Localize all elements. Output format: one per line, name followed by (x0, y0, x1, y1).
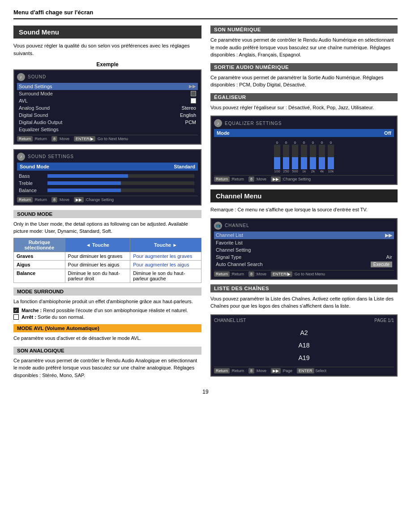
eq-menu-header: EQUALIZER SETTINGS (225, 121, 282, 126)
ch-footer-move: 8 :Move (248, 272, 266, 276)
list-item: A2 (214, 326, 394, 339)
son-numerique-header: SON NUMÉRIQUE (210, 26, 398, 34)
tv-menu2-row-treble: Treble (17, 180, 198, 187)
eq-menu: ♪ EQUALIZER SETTINGS Mode Off 0 100 (210, 116, 398, 185)
ch-list-footer-move: 8 :Move (248, 369, 266, 373)
arret-text: Arrêt : Sortie du son normal. (21, 314, 85, 320)
footer-move: 8 :Move (51, 137, 69, 141)
row-label: Surround Mode (19, 91, 53, 96)
sound-menu-intro: Vous pouvez régler la qualité du son sel… (13, 42, 201, 58)
eq-footer-return: Return :Return (214, 177, 244, 181)
eq-footer-change: ▶▶ :Change Setting (271, 177, 311, 181)
execute-button[interactable]: Execute (371, 262, 392, 267)
ch-list-footer-select: ENTER Select (297, 369, 326, 373)
ch-menu-footer: Return :Return 8 :Move ENTER/▶ :Go to Ne… (214, 270, 394, 276)
table-cell-right: Diminue le son du haut-parleur gauche (130, 269, 201, 283)
eq-bar-100: 0 100 (274, 141, 280, 173)
tv-menu1-row-avl: AVL ✓ (17, 97, 198, 104)
tv-menu2-footer: Return :Return 8 :Move ▶▶ :Change Settin… (17, 196, 198, 202)
eq-mode-row: Mode Off (214, 129, 394, 137)
surround-arret: Arrêt : Sortie du son normal. (13, 314, 201, 320)
son-analogique-header: SON ANALOGIQUE (13, 347, 201, 355)
list-item: A19 (214, 352, 394, 364)
ch-footer-next: ENTER/▶ :Go to Next Menu (271, 272, 325, 276)
eq-bar-2k: 0 2k (310, 141, 316, 173)
eq-footer-move: 8 :Move (248, 177, 266, 181)
eq-footer: Return :Return 8 :Move ▶▶ :Change Settin… (214, 175, 394, 181)
mode-avl-body: Ce paramètre vous d'activer et de désact… (13, 335, 201, 342)
ch-row-favorite: Favorite List (214, 239, 394, 246)
avl-checkbox: ✓ (191, 98, 196, 103)
mode-surround-body: La fonction d'ambiophonie produit un eff… (13, 298, 201, 305)
table-header-left: ◄ Touche (65, 238, 130, 252)
eq-bars-container: 0 100 0 250 0 (214, 140, 394, 173)
sound-mode-label: Sound Mode (20, 164, 49, 169)
ch-list-page: Page 1/1 (374, 318, 394, 323)
eq-bar-250: 0 250 (283, 141, 289, 173)
tv-sound-settings-menu: ♪ SOUND SETTINGS Sound Mode Standard Bas… (13, 149, 201, 206)
table-cell-label: Aigus (14, 260, 65, 269)
son-numerique-section: SON NUMÉRIQUE Ce paramètre vous permet d… (210, 26, 398, 59)
mode-surround-header: MODE SURROUND (13, 287, 201, 296)
tv-menu1-row-equalizer: Equalizer Settings (17, 126, 198, 133)
bass-bar (47, 174, 194, 178)
tv-menu2-row-balance: Balance (17, 187, 198, 194)
mode-surround-section: MODE SURROUND La fonction d'ambiophonie … (13, 287, 201, 320)
ch-value: Air (386, 254, 392, 260)
ch-row-signal: Signal Type Air (214, 253, 394, 261)
tv-menu1-header: ♪ SOUND (17, 73, 198, 81)
ch-row-list: Channel List ▶▶ (214, 232, 394, 239)
sound-mode-table: Rubrique sélectionnée ◄ Touche Touche ► … (13, 238, 201, 283)
ch-menu-title: CHANNEL (225, 223, 249, 228)
row-label: AVL (19, 98, 28, 103)
bass-label: Bass (19, 173, 46, 179)
table-row: Aigus Pour diminuer les aigus Pour augme… (14, 260, 201, 269)
tv-menu2-subheader: Sound Mode Standard (17, 163, 198, 171)
eq-icon: ♪ (214, 119, 222, 127)
balance-bar (47, 189, 194, 192)
row-value: Stereo (182, 105, 196, 111)
table-cell-label: Balance (14, 269, 65, 283)
row-arrow: ▶▶ (189, 84, 196, 89)
eq-bar-1k: 0 1k (301, 141, 307, 173)
footer-return: Return :Return (17, 137, 47, 141)
ch-list-footer-return: Return :Return (214, 369, 244, 373)
row-label: Equalizer Settings (19, 127, 59, 132)
surround-marche: ✓ Marche : Rend possible l'écoute d'un s… (13, 308, 201, 313)
row-value: English (180, 112, 196, 118)
footer-next: ENTER/▶ :Go to Next Menu (74, 137, 128, 141)
channel-menu-title: Channel Menu (210, 189, 398, 202)
tv-menu1-row-surround: Surround Mode (17, 90, 198, 97)
ch-label: Favorite List (216, 240, 243, 245)
ch-list-title: CHANNEL LIST (214, 318, 246, 323)
tv-menu1-footer: Return :Return 8 :Move ENTER/▶ :Go to Ne… (17, 135, 198, 141)
ch-list-header: CHANNEL LIST Page 1/1 (214, 318, 394, 323)
tv-menu1-row-sound-settings: Sound Settings ▶▶ (17, 83, 198, 90)
header-title: Menu d'affi chage sur l'écran (13, 9, 398, 16)
row-label: Digital Audio Output (19, 120, 62, 125)
sound-menu-section: Sound Menu Vous pouvez régler la qualité… (13, 26, 201, 206)
ch-row-auto-search: Auto Channel Search Execute (214, 261, 394, 268)
eq-bar-10k: 0 10k (328, 141, 334, 173)
eq-bar-4k: 0 4k (319, 141, 325, 173)
treble-label: Treble (19, 180, 46, 186)
egaliseur-header: ÉGALISEUR (210, 93, 398, 101)
table-header-right: Touche ► (130, 238, 201, 252)
egaliseur-body: Vous pouvez régler l'égaliseur sur : Dés… (210, 104, 398, 112)
ch-menu-header: 📺 CHANNEL (214, 222, 394, 230)
example-label: Exemple (13, 61, 201, 68)
mode-avl-section: MODE AVL (Volume Automatique) Ce paramèt… (13, 324, 201, 342)
eq-bar-500: 0 500 (292, 141, 298, 173)
tv-menu2-row-bass: Bass (17, 172, 198, 180)
eq-mode-label: Mode (217, 130, 230, 136)
table-cell-right: Pour augmenter les aigus (130, 260, 201, 269)
sortie-audio-body: Ce paramètre vous permet de paramétrer l… (210, 74, 398, 89)
row-label: Analog Sound (19, 105, 50, 111)
table-header-rubrique: Rubrique sélectionnée (14, 238, 65, 252)
sortie-audio-section: SORTIE AUDIO NUMÉRIQUE Ce paramètre vous… (210, 63, 398, 89)
arret-checkbox (13, 314, 19, 320)
footer-move: 8 :Move (51, 197, 69, 202)
table-cell-right: Pour augmenter les graves (130, 252, 201, 260)
ch-label: Channel Setting (216, 247, 251, 253)
sortie-audio-header: SORTIE AUDIO NUMÉRIQUE (210, 63, 398, 71)
